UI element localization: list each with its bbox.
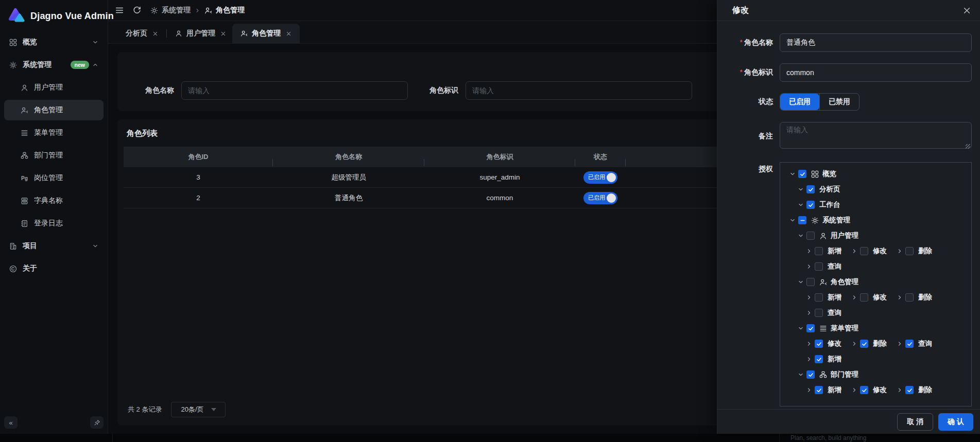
sidebar-item-字典名称[interactable]: 字典名称 [4, 190, 104, 211]
sidebar-item-概览[interactable]: 概览 [4, 32, 104, 52]
breadcrumb-item[interactable]: 角色管理 [204, 6, 245, 15]
chevron-down-icon[interactable] [798, 372, 804, 378]
chevron-right-icon[interactable] [897, 248, 903, 254]
checkbox-unchecked[interactable] [815, 309, 823, 317]
tree-row: 角色管理 [780, 274, 971, 290]
checkbox-checked[interactable] [860, 386, 868, 394]
chevron-right-icon[interactable] [897, 294, 903, 300]
app-title: Djagno Vue Admin [30, 11, 114, 22]
chevron-right-icon[interactable] [806, 356, 812, 362]
refresh-icon[interactable] [133, 6, 141, 14]
confirm-button[interactable]: 确 认 [938, 413, 973, 431]
chevron-down-icon[interactable] [789, 171, 796, 177]
checkbox-checked[interactable] [806, 201, 815, 209]
sidebar-item-label: 用户管理 [34, 83, 98, 92]
gear-icon [811, 217, 819, 224]
chevron-right-icon[interactable] [851, 294, 857, 300]
sidebar-pin-button[interactable] [90, 416, 104, 429]
checkbox-checked[interactable] [806, 324, 815, 332]
sidebar-item-关于[interactable]: 关于 [4, 258, 104, 279]
close-icon[interactable] [963, 7, 971, 14]
chevron-down-icon[interactable] [798, 202, 804, 208]
cell-status: 已启用 [575, 171, 626, 184]
checkbox-unchecked[interactable] [905, 293, 914, 302]
chevron-down-icon[interactable] [798, 279, 804, 285]
menu-collapse-icon[interactable] [115, 6, 124, 14]
chevron-right-icon[interactable] [806, 310, 812, 316]
checkbox-unchecked[interactable] [860, 247, 868, 255]
form-row-remark: 备注 [721, 122, 972, 151]
breadcrumb-item[interactable]: 系统管理 [150, 6, 191, 15]
chevron-down-icon[interactable] [798, 325, 804, 331]
checkbox-unchecked[interactable] [806, 232, 815, 240]
sidebar-item-登录日志[interactable]: 登录日志 [4, 213, 104, 234]
status-toggle[interactable]: 已启用 [583, 171, 617, 184]
cancel-button[interactable]: 取 消 [897, 413, 933, 431]
checkbox-checked[interactable] [815, 386, 823, 394]
remark-textarea[interactable] [780, 122, 972, 149]
checkbox-checked[interactable] [905, 386, 914, 394]
tab-close-icon[interactable] [286, 31, 291, 37]
sidebar-item-部门管理[interactable]: 部门管理 [4, 145, 104, 166]
checkbox-checked[interactable] [798, 170, 806, 178]
tree-row: 修改删除查询 [780, 336, 971, 351]
tree-row: 用户管理 [780, 228, 971, 243]
resize-handle[interactable] [966, 144, 970, 149]
chevron-right-icon[interactable] [806, 294, 812, 300]
drawer-role-code-input[interactable] [780, 63, 972, 82]
chevron-down-icon[interactable] [789, 217, 796, 223]
drawer-footer: 取 消 确 认 [717, 409, 980, 434]
search-field-role-code: 角色标识 [429, 69, 692, 111]
chevron-right-icon[interactable] [851, 387, 857, 393]
role-name-input[interactable] [181, 81, 408, 100]
chevron-down-icon[interactable] [798, 186, 804, 192]
checkbox-unchecked[interactable] [905, 247, 914, 255]
chevron-right-icon[interactable] [897, 341, 903, 347]
sidebar-item-系统管理[interactable]: 系统管理new [4, 55, 104, 75]
chevron-right-icon[interactable] [806, 263, 812, 270]
tab-角色管理[interactable]: 角色管理 [232, 24, 300, 43]
status-disabled-option[interactable]: 已禁用 [820, 94, 859, 110]
chevron-right-icon[interactable] [806, 341, 812, 347]
sidebar-item-项目[interactable]: 项目 [4, 236, 104, 256]
checkbox-unchecked[interactable] [860, 293, 868, 302]
status-enabled-option[interactable]: 已启用 [780, 94, 819, 110]
sidebar-item-角色管理[interactable]: 角色管理 [4, 100, 104, 120]
chevron-right-icon[interactable] [851, 341, 857, 347]
page-size-select[interactable]: 20条/页 [171, 402, 226, 417]
checkbox-unchecked[interactable] [806, 278, 815, 286]
tree-row: 工作台 [780, 197, 971, 213]
drawer-role-name-input[interactable] [780, 33, 972, 52]
tree-leaf-label: 新增 [828, 385, 841, 395]
checkbox-indeterminate[interactable] [798, 216, 806, 224]
sidebar-item-菜单管理[interactable]: 菜单管理 [4, 122, 104, 143]
checkbox-unchecked[interactable] [815, 262, 823, 271]
tab-分析页[interactable]: 分析页 [119, 24, 164, 43]
tree-node-label: 工作台 [819, 200, 840, 209]
checkbox-checked[interactable] [860, 340, 868, 348]
checkbox-checked[interactable] [806, 370, 815, 379]
checkbox-unchecked[interactable] [815, 293, 823, 302]
chevron-down-icon[interactable] [798, 233, 804, 239]
checkbox-unchecked[interactable] [815, 247, 823, 255]
chevron-right-icon[interactable] [806, 387, 812, 393]
form-row-role-name: 角色名称 [721, 33, 972, 52]
sidebar-item-岗位管理[interactable]: Pg岗位管理 [4, 168, 104, 188]
chevron-right-icon[interactable] [806, 248, 812, 254]
checkbox-checked[interactable] [815, 340, 823, 348]
checkbox-checked[interactable] [815, 355, 823, 363]
tree-leaf-label: 修改 [873, 246, 887, 256]
status-toggle[interactable]: 已启用 [583, 192, 617, 204]
checkbox-checked[interactable] [905, 340, 914, 348]
tab-用户管理[interactable]: 用户管理 [169, 24, 232, 43]
chevron-right-icon[interactable] [897, 387, 903, 393]
chevron-down-icon [211, 408, 216, 411]
tree-leaf: 删除 [897, 246, 932, 256]
tab-close-icon[interactable] [220, 31, 226, 37]
sidebar-collapse-button[interactable]: « [4, 416, 18, 429]
role-code-input[interactable] [466, 81, 692, 100]
checkbox-checked[interactable] [806, 185, 815, 193]
tab-close-icon[interactable] [152, 31, 158, 37]
chevron-right-icon[interactable] [851, 248, 857, 254]
sidebar-item-用户管理[interactable]: 用户管理 [4, 77, 104, 98]
